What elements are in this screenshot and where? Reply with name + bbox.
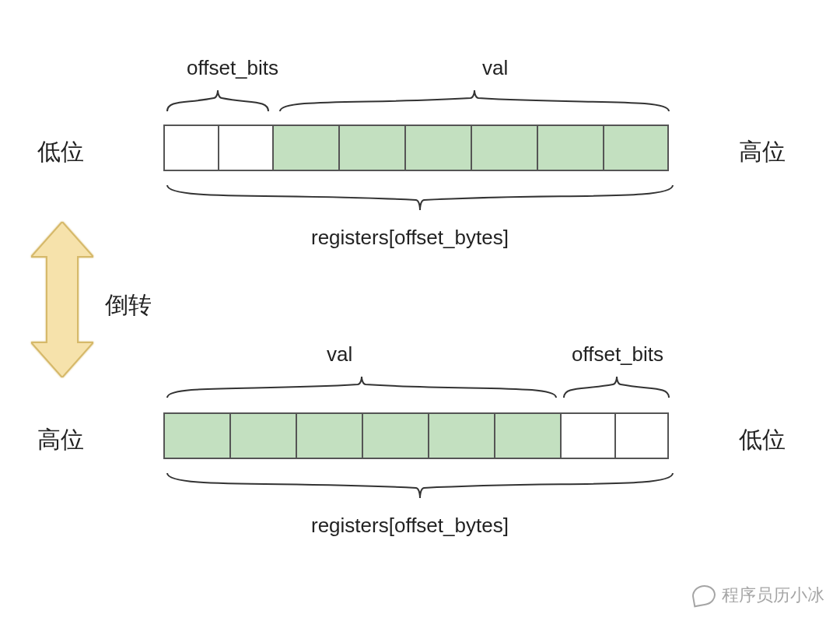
wechat-icon bbox=[691, 584, 717, 608]
top-right-endian-label: 高位 bbox=[739, 136, 786, 168]
bottom-cell-val3 bbox=[362, 412, 428, 459]
top-cell-val2 bbox=[404, 125, 471, 171]
top-row bbox=[163, 125, 669, 171]
bottom-cell-val5 bbox=[494, 412, 560, 459]
top-offset-brace bbox=[163, 84, 272, 115]
top-val-label: val bbox=[482, 56, 508, 80]
top-val-brace bbox=[276, 84, 673, 115]
top-cell-val5 bbox=[603, 125, 669, 171]
bottom-row bbox=[163, 412, 669, 459]
top-left-endian-label: 低位 bbox=[37, 136, 84, 168]
bottom-cell-val1 bbox=[229, 412, 296, 459]
bottom-cell-offset0 bbox=[560, 412, 614, 459]
top-offset-bits-label: offset_bits bbox=[187, 56, 278, 80]
bottom-offset-brace bbox=[560, 370, 673, 402]
watermark-text: 程序员历小冰 bbox=[722, 584, 824, 607]
bottom-val-brace bbox=[163, 370, 560, 402]
bottom-cell-offset1 bbox=[614, 412, 669, 459]
top-cell-val3 bbox=[471, 125, 537, 171]
reverse-arrow bbox=[31, 222, 93, 377]
watermark: 程序员历小冰 bbox=[692, 584, 824, 607]
top-registers-label: registers[offset_bytes] bbox=[311, 226, 509, 250]
bottom-val-label: val bbox=[327, 342, 352, 367]
bottom-bottom-brace bbox=[163, 469, 677, 504]
bottom-left-endian-label: 高位 bbox=[37, 424, 84, 456]
top-cell-val1 bbox=[338, 125, 404, 171]
svg-marker-0 bbox=[31, 222, 93, 377]
bottom-registers-label: registers[offset_bytes] bbox=[311, 514, 509, 538]
reverse-label: 倒转 bbox=[105, 289, 152, 321]
bottom-right-endian-label: 低位 bbox=[739, 424, 786, 456]
top-cell-val0 bbox=[272, 125, 338, 171]
bottom-cell-val2 bbox=[296, 412, 362, 459]
top-cell-offset1 bbox=[218, 125, 272, 171]
bottom-cell-val0 bbox=[163, 412, 229, 459]
top-bottom-brace bbox=[163, 181, 677, 216]
top-cell-val4 bbox=[537, 125, 603, 171]
bottom-offset-bits-label: offset_bits bbox=[572, 342, 663, 367]
top-cell-offset0 bbox=[163, 125, 218, 171]
bottom-cell-val4 bbox=[428, 412, 494, 459]
